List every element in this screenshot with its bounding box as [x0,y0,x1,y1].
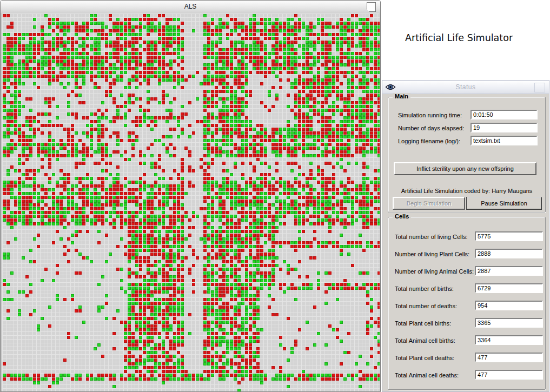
main-group-caption: Main [393,93,410,99]
pause-simulation-button[interactable]: Pause Simulation [466,197,542,210]
animal-deaths-label: Total Animal cell deaths: [395,372,459,378]
living-cells-label: Total number of living Cells: [395,234,468,240]
logging-filename-input[interactable] [471,136,538,145]
plant-births-label: Total Plant cell births: [395,320,451,327]
plant-deaths-input[interactable] [475,353,543,362]
animal-births-input[interactable] [475,335,543,345]
logging-filename-label: Logging filename (log/): [398,138,460,144]
credit-text: Artificial Life Simulation coded by: Har… [388,188,545,194]
animal-deaths-input[interactable] [475,370,543,380]
desktop: ALS Artificial Life Simulator Status Mai… [0,0,550,392]
main-group: Main Simulation running time: Number of … [388,97,546,212]
page-title: Artificial Life Simulator [405,32,513,43]
close-box-icon[interactable] [534,83,545,92]
restore-page-icon[interactable] [367,2,376,12]
total-deaths-input[interactable] [475,301,543,310]
begin-simulation-button[interactable]: Begin Simulation [393,197,465,210]
status-titlebar[interactable]: Status [382,81,549,94]
als-window-title: ALS [1,3,380,10]
simulation-grid [2,14,380,391]
plant-deaths-label: Total Plant cell deaths: [395,355,454,361]
days-elapsed-label: Number of days elapsed: [398,125,464,131]
status-window: Status Main Simulation running time: Num… [382,80,549,392]
animal-cells-label: Number of living Animal Cells: [395,268,474,275]
total-deaths-label: Total number of deaths: [395,303,457,309]
living-cells-input[interactable] [475,231,543,241]
als-window: ALS [0,0,381,392]
animal-births-label: Total Animal cell births: [395,337,455,344]
total-births-input[interactable] [475,283,543,293]
inflict-sterility-button[interactable]: Inflict sterility upon any new offspring [394,162,536,175]
cells-group: Cells Total number of living Cells: Numb… [388,217,546,390]
total-births-label: Total number of births: [395,285,454,292]
days-elapsed-input[interactable] [471,123,538,132]
als-titlebar[interactable]: ALS [1,1,380,14]
animal-cells-input[interactable] [475,266,543,276]
plant-cells-input[interactable] [475,249,543,258]
cells-group-caption: Cells [393,213,411,220]
status-window-title: Status [382,83,549,91]
plant-cells-label: Number of living Plant Cells: [395,251,469,257]
running-time-label: Simulation running time: [398,112,462,118]
plant-births-input[interactable] [475,318,543,328]
simulation-grid-frame [1,13,380,391]
running-time-input[interactable] [471,110,538,119]
